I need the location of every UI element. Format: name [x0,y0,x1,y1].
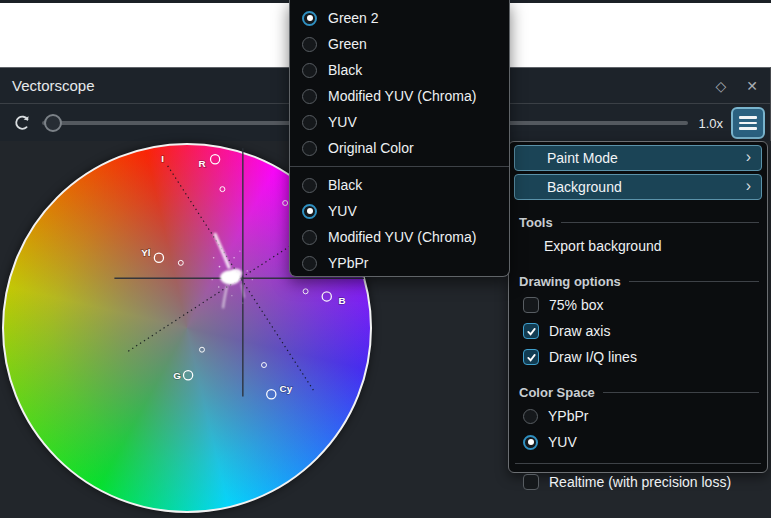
radio-icon [302,141,317,156]
target-circle-b-small [303,289,308,294]
checkbox-realtime[interactable]: Realtime (with precision loss) [509,469,767,495]
target-circle-m-small [283,201,288,206]
menu-item-yuv[interactable]: YUV [290,109,509,135]
label-i: I [161,153,164,164]
radio-icon [302,63,317,78]
screen: Vectorscope ◇ ✕ 1.0x [0,0,771,518]
menu-item-original-color[interactable]: Original Color [290,135,509,161]
radio-icon [302,89,317,104]
target-circle-r [211,155,220,164]
chevron-right-icon: › [746,148,751,166]
label-r: R [198,158,205,169]
radio-icon [302,230,317,245]
radio-icon [302,178,317,193]
checkbox-icon [523,474,539,490]
signal-trace [212,234,253,307]
check-icon [526,352,537,363]
radio-icon [302,37,317,52]
background-dropdown-menu: Green 2 Green Black Modified YUV (Chroma… [289,0,510,277]
radio-icon [523,435,538,450]
radio-yuv[interactable]: YUV [509,429,767,455]
checkbox-75-box[interactable]: 75% box [509,292,767,318]
zoom-slider-handle[interactable] [44,114,62,132]
target-circle-yl-small [178,260,183,265]
menu-item-modified-yuv-2[interactable]: Modified YUV (Chroma) [290,224,509,250]
menu-item-ypbpr[interactable]: YPbPr [290,250,509,276]
checkbox-draw-iq-lines[interactable]: Draw I/Q lines [509,344,767,370]
label-b: B [339,295,346,306]
separator [515,463,761,464]
window-title: Vectorscope [12,77,95,94]
refresh-icon [12,113,32,133]
menu-item-green-2[interactable]: Green 2 [290,5,509,31]
scope-options-menu: Paint Mode › Background › Tools Export b… [508,141,768,473]
target-circle-b [322,292,331,301]
menu-item-black[interactable]: Black [290,57,509,83]
label-g: G [173,370,181,381]
target-circle-r-small [220,187,225,192]
tools-section-header: Tools [509,211,767,233]
checkbox-icon [523,297,539,313]
paint-mode-submenu[interactable]: Paint Mode › [514,145,762,171]
drawing-options-section-header: Drawing options [509,270,767,292]
radio-icon [302,256,317,271]
color-space-section-header: Color Space [509,381,767,403]
menu-item-yuv-2[interactable]: YUV [290,198,509,224]
radio-icon [302,11,317,26]
close-icon[interactable]: ✕ [746,79,758,93]
menu-separator [290,166,509,167]
export-background-item[interactable]: Export background [509,233,767,259]
float-window-icon[interactable]: ◇ [715,79,726,93]
hamburger-icon [739,116,757,119]
check-icon [526,326,537,337]
radio-icon [302,115,317,130]
radio-icon [302,204,317,219]
background-label: Background [547,179,622,195]
target-circle-cy [267,390,276,399]
background-submenu[interactable]: Background › [514,174,762,200]
checkbox-draw-axis[interactable]: Draw axis [509,318,767,344]
radio-ypbpr[interactable]: YPbPr [509,403,767,429]
menu-button[interactable] [731,107,765,139]
target-circle-cy-small [262,363,267,368]
label-cy: Cy [280,383,293,394]
checkbox-icon [523,349,539,365]
zoom-level-label: 1.0x [698,116,723,131]
menu-item-green[interactable]: Green [290,31,509,57]
radio-icon [523,409,538,424]
target-circle-g [184,371,193,380]
checkbox-icon [523,323,539,339]
chevron-right-icon: › [746,177,751,195]
label-yl: Yl [141,247,151,258]
menu-item-modified-yuv[interactable]: Modified YUV (Chroma) [290,83,509,109]
paint-mode-label: Paint Mode [547,150,618,166]
target-circle-g-small [199,347,204,352]
menu-item-black-2[interactable]: Black [290,172,509,198]
reset-zoom-button[interactable] [10,111,34,135]
target-circle-yl [154,253,163,262]
